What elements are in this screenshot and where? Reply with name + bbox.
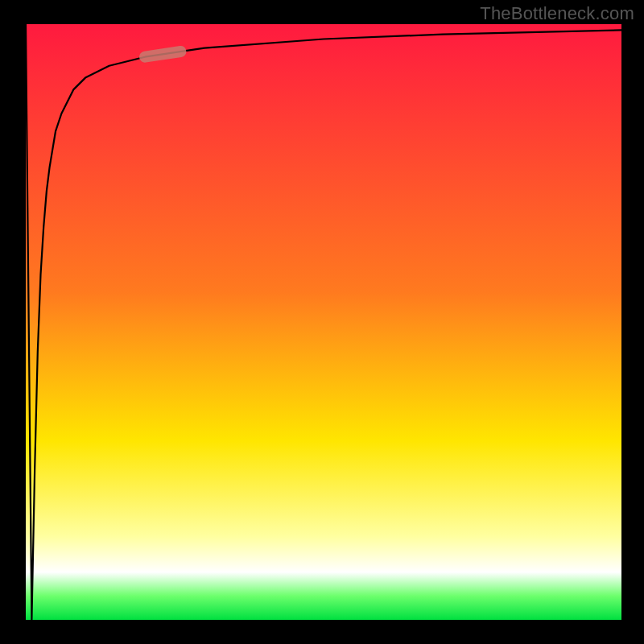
chart-container: TheBottleneck.com: [0, 0, 644, 644]
chart-svg: [0, 0, 644, 644]
highlight-marker: [145, 52, 180, 57]
watermark-label: TheBottleneck.com: [480, 3, 634, 24]
plot-background: [26, 24, 621, 620]
